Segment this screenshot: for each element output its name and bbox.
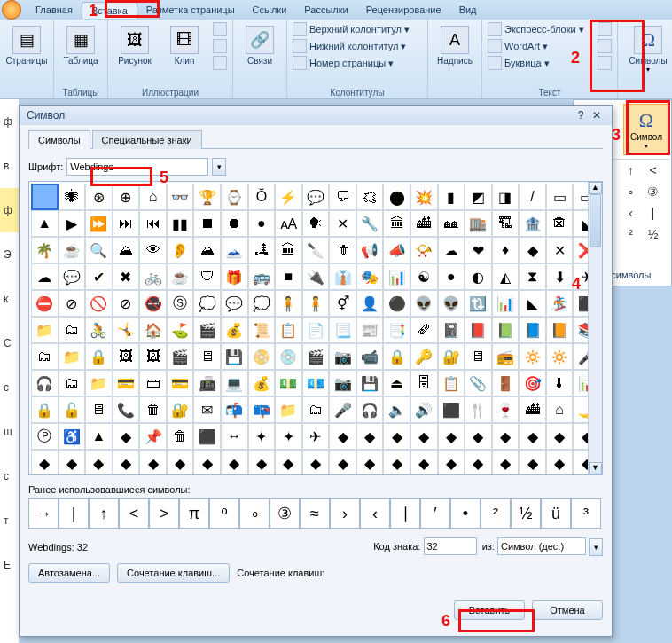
symbol-cell[interactable]: ◆: [383, 423, 410, 450]
from-dropdown-button[interactable]: ▾: [589, 538, 603, 556]
insert-button[interactable]: Вставить: [454, 600, 525, 620]
symbol-cell[interactable]: ◆: [438, 450, 465, 475]
symbol-cell[interactable]: ◆: [221, 450, 248, 475]
quick-symbol-cell[interactable]: ↑: [620, 160, 642, 181]
symbol-cell[interactable]: 🎁: [221, 263, 248, 290]
symbol-cell[interactable]: 🗯: [356, 184, 384, 210]
symbol-cell[interactable]: 📑: [383, 317, 410, 343]
symbol-cell[interactable]: ▮▮: [167, 210, 194, 237]
picture-button[interactable]: 🖼Рисунок: [112, 21, 158, 87]
scroll-thumb[interactable]: [590, 194, 601, 247]
symbol-cell[interactable]: ⛰: [113, 237, 140, 263]
symbol-cell[interactable]: ᴀA: [275, 210, 302, 237]
symbol-cell[interactable]: ⏮: [139, 210, 167, 237]
symbol-cell[interactable]: 👁: [139, 237, 167, 263]
symbol-cell[interactable]: 🗩: [329, 184, 356, 210]
symbol-cell[interactable]: ↔: [221, 423, 248, 450]
symbol-cell[interactable]: 📊: [383, 263, 410, 290]
symbol-cell[interactable]: ⏹: [193, 210, 221, 237]
symbol-cell[interactable]: ◆: [31, 450, 59, 475]
symbol-cell[interactable]: ◆: [139, 450, 167, 475]
recent-symbol-cell[interactable]: ↑: [89, 498, 119, 529]
symbol-cell[interactable]: 🏛: [275, 237, 302, 263]
symbol-cell[interactable]: 🔪: [302, 237, 330, 263]
symbol-cell[interactable]: 🚭: [139, 290, 167, 317]
symbol-cell[interactable]: 🖼: [139, 343, 167, 370]
recent-symbol-cell[interactable]: ′: [420, 498, 450, 529]
symbol-cell[interactable]: ▲: [31, 210, 59, 237]
symbol-cell[interactable]: 🎧: [31, 370, 59, 396]
close-button[interactable]: ✕: [589, 109, 605, 122]
symbol-cell[interactable]: 📷: [329, 343, 356, 370]
symbol-cell[interactable]: ⏭: [113, 210, 140, 237]
symbol-cell[interactable]: ◆: [492, 450, 520, 475]
office-button[interactable]: [2, 0, 21, 20]
symbol-cell[interactable]: 👽: [438, 290, 465, 317]
symbol-cell[interactable]: 🔒: [383, 343, 410, 370]
recent-symbol-cell[interactable]: ‹: [360, 498, 390, 529]
symbol-cell[interactable]: ◣: [519, 290, 546, 317]
symbol-cell[interactable]: ☯: [410, 263, 438, 290]
shapes-button[interactable]: [211, 21, 229, 37]
symbol-cell[interactable]: 🔑: [410, 343, 438, 370]
symbol-cell[interactable]: 📁: [59, 343, 86, 370]
symbol-cell[interactable]: ▶: [59, 210, 86, 237]
help-button[interactable]: ?: [573, 109, 589, 122]
symbol-cell[interactable]: 📻: [492, 343, 520, 370]
symbol-cell[interactable]: ✦: [275, 423, 302, 450]
symbol-cell[interactable]: 📁: [85, 370, 113, 396]
scroll-down-button[interactable]: ▼: [589, 462, 602, 474]
symbols-button[interactable]: ΩСимволы▾: [621, 21, 672, 97]
symbol-cell[interactable]: 🗑: [167, 423, 194, 450]
symbol-cell[interactable]: 🔈: [383, 396, 410, 423]
symbol-cell[interactable]: ◆: [302, 450, 330, 475]
symbol-cell[interactable]: 📙: [546, 317, 574, 343]
cancel-button[interactable]: Отмена: [532, 600, 603, 620]
autocorrect-button[interactable]: Автозамена...: [28, 563, 110, 583]
symbol-cell[interactable]: 🏦: [519, 210, 546, 237]
symbol-cell[interactable]: 🏘: [438, 210, 465, 237]
symbol-cell[interactable]: ⊘: [59, 290, 86, 317]
symbol-cell[interactable]: ⬤: [383, 184, 410, 210]
quick-symbol-cell[interactable]: ③: [642, 181, 664, 202]
symbol-cell[interactable]: ⊕: [113, 184, 140, 210]
pages-button[interactable]: ▤Страницы: [4, 21, 50, 97]
symbol-cell[interactable]: 📢: [356, 237, 384, 263]
symbol-cell[interactable]: 🕷: [59, 184, 86, 210]
symbol-cell[interactable]: 📊: [492, 290, 520, 317]
symbol-cell[interactable]: 💥: [410, 184, 438, 210]
symbol-cell[interactable]: ⌂: [139, 184, 167, 210]
symbol-cell[interactable]: ◆: [465, 423, 492, 450]
symbol-cell[interactable]: ⌚: [221, 184, 248, 210]
symbol-cell[interactable]: ♦: [492, 237, 520, 263]
symbol-cell[interactable]: ✔: [85, 263, 113, 290]
symbol-cell[interactable]: 📕: [465, 317, 492, 343]
symbol-cell[interactable]: 🔐: [167, 396, 194, 423]
symbol-cell[interactable]: 🌡: [546, 370, 574, 396]
symbol-cell[interactable]: ⌂: [546, 396, 574, 423]
symbol-cell[interactable]: 🗂: [302, 396, 330, 423]
symbol-cell[interactable]: 💰: [248, 370, 276, 396]
symbol-cell[interactable]: Ŏ: [248, 184, 276, 210]
symbol-cell[interactable]: 📰: [356, 317, 384, 343]
symbol-cell[interactable]: 📁: [31, 317, 59, 343]
symbol-cell[interactable]: ◆: [275, 450, 302, 475]
symbol-cell[interactable]: ☕: [167, 263, 194, 290]
symbol-cell[interactable]: ⚥: [329, 290, 356, 317]
symbol-cell[interactable]: 🏠: [139, 317, 167, 343]
symbol-cell[interactable]: 🗄: [410, 370, 438, 396]
font-input[interactable]: [66, 158, 208, 176]
tab-special[interactable]: Специальные знаки: [92, 130, 202, 149]
symbol-cell[interactable]: ⊛: [85, 184, 113, 210]
recent-symbol-cell[interactable]: ③: [270, 498, 300, 529]
symbol-cell[interactable]: 🗂: [59, 317, 86, 343]
tab-view[interactable]: Вид: [450, 2, 486, 18]
caption-button[interactable]: AНадпись: [432, 21, 478, 97]
symbol-cell[interactable]: 🎭: [356, 263, 384, 290]
symbol-cell[interactable]: ◆: [519, 423, 546, 450]
symbol-cell[interactable]: 🗂: [31, 343, 59, 370]
symbol-cell[interactable]: 🗡: [329, 237, 356, 263]
symbol-cell[interactable]: 🏛: [383, 210, 410, 237]
symbol-cell[interactable]: 💵: [275, 370, 302, 396]
symbol-cell[interactable]: 👤: [356, 290, 384, 317]
